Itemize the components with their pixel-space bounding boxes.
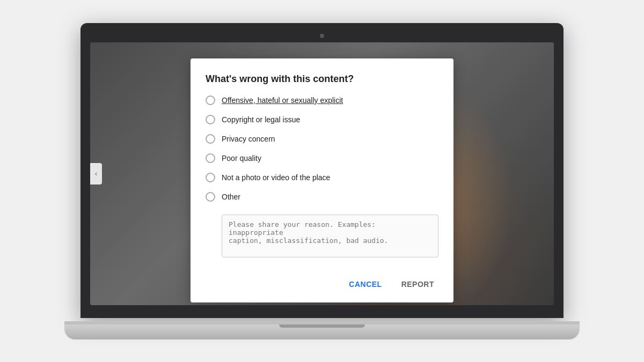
radio-label-opt-notphoto: Not a photo or video of the place [222, 173, 330, 182]
radio-circle-opt-privacy [206, 134, 215, 144]
radio-option-opt-copyright[interactable]: Copyright or legal issue [206, 115, 438, 124]
radio-label-opt-offensive: Offensive, hateful or sexually explicit [222, 96, 343, 105]
radio-circle-opt-copyright [206, 115, 215, 124]
radio-circle-opt-notphoto [206, 173, 215, 182]
modal-overlay: What's wrong with this content? Offensiv… [90, 42, 554, 305]
radio-option-opt-offensive[interactable]: Offensive, hateful or sexually explicit [206, 95, 438, 105]
reason-textarea[interactable] [222, 215, 438, 257]
radio-label-opt-quality: Poor quality [222, 154, 261, 162]
cancel-button[interactable]: CANCEL [345, 277, 386, 292]
modal-footer: CANCEL REPORT [206, 270, 438, 292]
radio-label-opt-copyright: Copyright or legal issue [222, 115, 300, 124]
report-button[interactable]: REPORT [397, 277, 438, 292]
laptop-screen: ‹ What's wrong with this content? Offens… [90, 42, 554, 305]
report-modal: What's wrong with this content? Offensiv… [191, 58, 453, 302]
radio-label-opt-privacy: Privacy concern [222, 135, 275, 143]
radio-circle-opt-offensive [206, 95, 215, 105]
radio-option-opt-privacy[interactable]: Privacy concern [206, 134, 438, 144]
radio-option-opt-quality[interactable]: Poor quality [206, 153, 438, 163]
modal-title: What's wrong with this content? [206, 73, 438, 85]
radio-circle-opt-quality [206, 153, 215, 163]
laptop-base [64, 324, 580, 339]
laptop-frame: ‹ What's wrong with this content? Offens… [80, 23, 564, 339]
radio-label-opt-other: Other [222, 193, 240, 201]
radio-circle-opt-other [206, 192, 215, 202]
laptop-camera [320, 34, 324, 38]
radio-option-opt-notphoto[interactable]: Not a photo or video of the place [206, 173, 438, 182]
radio-option-opt-other[interactable]: Other [206, 192, 438, 202]
radio-options-list: Offensive, hateful or sexually explicitC… [206, 95, 438, 202]
laptop-body: ‹ What's wrong with this content? Offens… [80, 23, 564, 318]
